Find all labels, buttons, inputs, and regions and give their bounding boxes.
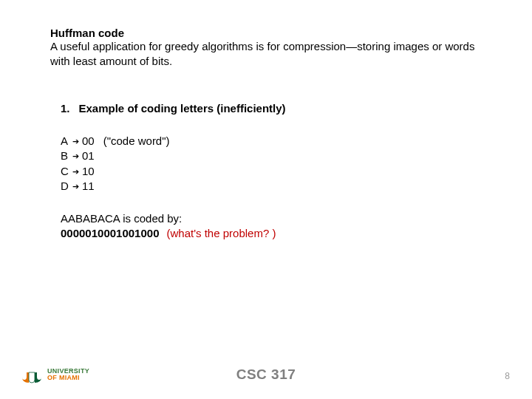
code-note: ("code word") — [103, 134, 170, 149]
university-logo: UNIVERSITY OF MIAMI — [21, 365, 89, 384]
code-letter: D — [61, 179, 71, 194]
section-number: 1. — [61, 102, 70, 115]
encoded-label: AABABACA is coded by: — [61, 211, 482, 226]
code-bits: 11 — [82, 179, 95, 194]
slide-title: Huffman code — [50, 27, 482, 39]
logo-text: UNIVERSITY OF MIAMI — [47, 368, 89, 381]
section-title: Example of coding letters (inefficiently… — [79, 102, 286, 115]
code-row: D ➔ 11 — [61, 179, 482, 194]
slide-intro: A useful application for greedy algorith… — [50, 39, 482, 68]
code-row: B ➔ 01 — [61, 149, 482, 163]
code-letter: C — [61, 164, 71, 179]
page-number: 8 — [505, 371, 510, 381]
arrow-icon: ➔ — [72, 151, 79, 162]
encoded-question: (what's the problem? ) — [166, 227, 276, 239]
code-bits: 10 — [82, 164, 95, 179]
arrow-icon: ➔ — [72, 136, 79, 147]
logo-line2: OF MIAMI — [47, 375, 89, 381]
encoded-block: AABABACA is coded by: 0000010001001000(w… — [61, 211, 482, 242]
code-bits: 00 — [82, 134, 95, 149]
encoded-bitstring: 0000010001001000 — [61, 227, 159, 239]
code-row: C ➔ 10 — [61, 164, 482, 179]
code-row: A ➔ 00 ("code word") — [61, 134, 482, 149]
code-letter: B — [61, 149, 71, 163]
arrow-icon: ➔ — [72, 166, 79, 177]
encoded-line: 0000010001001000(what's the problem? ) — [61, 226, 482, 241]
logo-u-icon — [21, 365, 43, 384]
arrow-icon: ➔ — [72, 181, 79, 192]
code-letter: A — [61, 134, 71, 149]
course-code: CSC 317 — [236, 366, 296, 383]
code-bits: 01 — [82, 149, 95, 163]
code-list: A ➔ 00 ("code word") B ➔ 01 C ➔ 10 D ➔ 1… — [61, 134, 482, 194]
svg-rect-0 — [29, 372, 35, 383]
section-heading: 1.Example of coding letters (inefficient… — [61, 102, 482, 115]
slide-content: Huffman code A useful application for gr… — [0, 0, 532, 242]
section-block: 1.Example of coding letters (inefficient… — [50, 102, 482, 242]
